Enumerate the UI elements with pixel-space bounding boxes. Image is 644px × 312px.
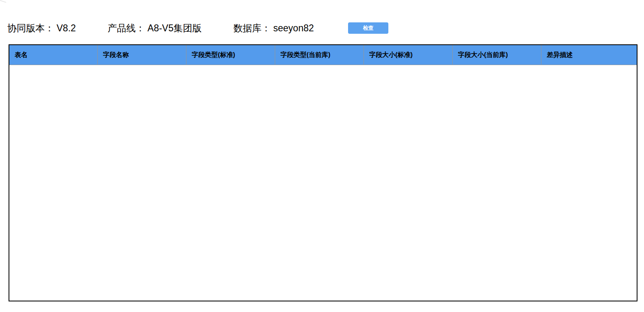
column-header-field-name: 字段名称 [98, 45, 186, 65]
column-header-table-name: 表名 [9, 45, 98, 65]
product-line-value: A8-V5集团版 [147, 22, 202, 35]
corner-artifact [0, 0, 6, 3]
column-header-diff-description: 差异描述 [541, 45, 637, 65]
column-header-field-type-std: 字段类型(标准) [186, 45, 275, 65]
database-label: 数据库： [233, 22, 271, 35]
diff-table: 表名 字段名称 字段类型(标准) 字段类型(当前库) 字段大小(标准) 字段大小… [9, 44, 637, 301]
toolbar: 协同版本： V8.2 产品线： A8-V5集团版 数据库： seeyon82 检… [7, 21, 644, 35]
column-header-field-size-curdb: 字段大小(当前库) [453, 45, 541, 65]
table-body [9, 65, 637, 300]
column-header-field-type-curdb: 字段类型(当前库) [275, 45, 364, 65]
field-collab-version: 协同版本： V8.2 [7, 22, 76, 35]
collab-version-value: V8.2 [57, 23, 76, 34]
table-header-row: 表名 字段名称 字段类型(标准) 字段类型(当前库) 字段大小(标准) 字段大小… [9, 45, 637, 65]
product-line-label: 产品线： [107, 22, 145, 35]
column-header-field-size-std: 字段大小(标准) [364, 45, 453, 65]
field-database: 数据库： seeyon82 [233, 22, 314, 35]
collab-version-label: 协同版本： [7, 22, 54, 35]
field-product-line: 产品线： A8-V5集团版 [107, 22, 202, 35]
database-value: seeyon82 [273, 23, 314, 34]
check-button[interactable]: 检查 [348, 22, 388, 34]
